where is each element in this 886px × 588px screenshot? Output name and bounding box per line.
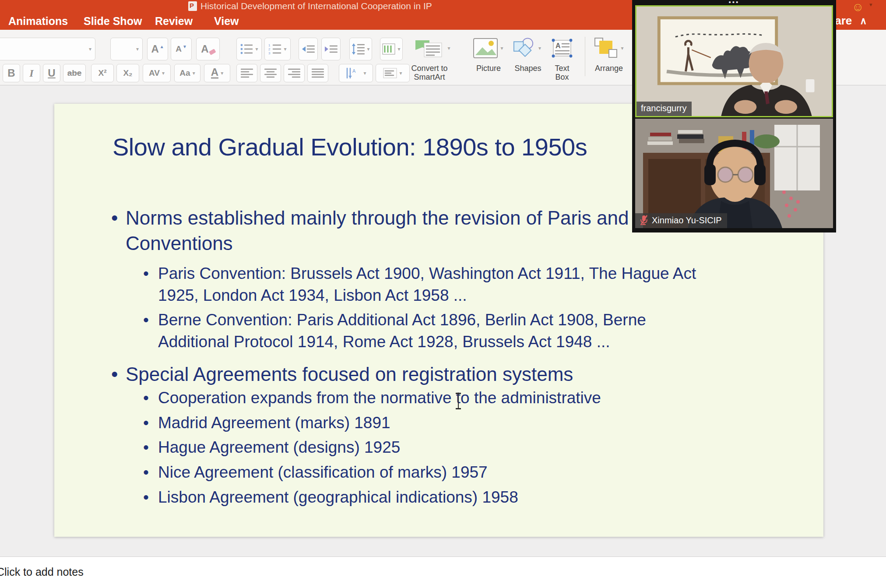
character-spacing-button[interactable]: AV ▾: [143, 64, 171, 82]
feedback-smiley-icon[interactable]: ☺: [852, 0, 864, 14]
change-case-button[interactable]: Aa ▾: [174, 64, 200, 82]
italic-glyph: I: [29, 67, 33, 79]
bold-glyph: B: [7, 67, 15, 79]
bullet-icon: •: [143, 263, 158, 306]
text-direction-button[interactable]: A ▾: [339, 64, 373, 82]
zoom-video-panel[interactable]: •••: [632, 0, 836, 232]
slide-bullet: • Hague Agreement (designs) 1925: [111, 437, 759, 458]
picture-label: Picture: [467, 64, 510, 73]
strikethrough-button[interactable]: abe: [63, 64, 86, 82]
svg-text:1: 1: [268, 43, 271, 47]
font-color-button[interactable]: A ▾: [204, 64, 230, 82]
shrink-font-button[interactable]: A ▼: [171, 38, 192, 60]
align-text-icon: [383, 68, 397, 78]
arrange-button[interactable]: ▾: [594, 36, 624, 60]
align-right-button[interactable]: [284, 64, 305, 82]
slide-bullet: • Nice Agreement (classification of mark…: [111, 461, 759, 483]
columns-button[interactable]: ▾: [380, 38, 403, 60]
mic-muted-icon: [640, 215, 648, 225]
tab-review[interactable]: Review: [155, 15, 193, 28]
underline-glyph: U: [48, 67, 55, 79]
bullet-icon: •: [143, 387, 158, 409]
participant-name: francisgurry: [641, 103, 686, 113]
smartart-icon: [415, 37, 445, 60]
chevron-down-icon: ▾: [399, 70, 402, 76]
grow-font-glyph: A: [151, 43, 158, 55]
chevron-up-icon: ∧: [860, 15, 867, 27]
font-name-combo[interactable]: ▾: [0, 38, 95, 60]
numbered-list-icon: 123: [268, 43, 281, 55]
picture-icon: [473, 38, 498, 59]
bold-button[interactable]: B: [3, 64, 20, 82]
video-tile-francisgurry[interactable]: francisgurry: [635, 5, 833, 117]
text-box-label: Text Box: [547, 64, 577, 81]
notes-placeholder[interactable]: Click to add notes: [0, 566, 84, 578]
line-spacing-button[interactable]: ▾: [349, 38, 372, 60]
feedback-caret-icon: ▾: [869, 1, 872, 8]
shapes-icon: [512, 37, 536, 59]
numbered-list-button[interactable]: 123 ▾: [264, 38, 291, 60]
convert-to-smartart-button[interactable]: ▾: [414, 36, 451, 60]
chevron-down-icon: ▾: [538, 45, 541, 51]
slide-title[interactable]: Slow and Gradual Evolution: 1890s to 195…: [113, 133, 587, 161]
bullet-icon: •: [111, 205, 126, 256]
chevron-down-icon: ▾: [621, 45, 623, 51]
chevron-down-icon: ▾: [447, 45, 450, 51]
columns-icon: [382, 43, 395, 55]
subscript-button[interactable]: X₂: [116, 64, 139, 82]
decrease-indent-icon: [302, 43, 315, 55]
superscript-button[interactable]: X²: [91, 64, 114, 82]
shrink-font-glyph: A: [176, 44, 182, 54]
notes-pane[interactable]: Click to add notes: [0, 556, 886, 588]
text-cursor-ibeam: [455, 393, 461, 409]
bullet-list-icon: [240, 43, 253, 55]
bullet-icon: •: [143, 461, 158, 483]
justify-icon: [312, 68, 324, 78]
chevron-down-icon: ▾: [89, 46, 91, 52]
svg-text:A: A: [352, 68, 356, 74]
arrange-label: Arrange: [589, 64, 629, 73]
chevron-down-icon: ▾: [193, 70, 195, 76]
justify-button[interactable]: [307, 64, 328, 82]
video-feed: [635, 119, 833, 228]
clear-format-glyph: A: [201, 43, 208, 55]
slide-bullet: • Special Agreements focused on registra…: [111, 362, 759, 387]
slide-bullet: • Cooperation expands from the normative…: [111, 387, 759, 409]
italic-button[interactable]: I: [23, 64, 40, 82]
font-size-combo[interactable]: ▾: [110, 38, 143, 60]
align-center-button[interactable]: [260, 64, 281, 82]
increase-indent-button[interactable]: [321, 38, 341, 60]
window-title-area: Historical Development of International …: [188, 1, 432, 11]
video-tile-xinmiao-yu[interactable]: Xinmiao Yu-SICIP: [635, 119, 833, 228]
decrease-indent-button[interactable]: [299, 38, 318, 60]
align-left-button[interactable]: [236, 64, 257, 82]
grow-font-button[interactable]: A ▲: [147, 38, 168, 60]
chevron-down-icon: ▾: [397, 46, 400, 52]
text-box-icon: A: [551, 38, 573, 59]
chevron-down-icon: ▾: [367, 46, 369, 52]
caret-down-icon: ▼: [183, 44, 187, 49]
underline-button[interactable]: U: [43, 64, 60, 82]
tab-view[interactable]: View: [214, 15, 239, 28]
powerpoint-doc-icon: [188, 1, 197, 11]
tab-slide-show[interactable]: Slide Show: [84, 15, 142, 28]
shapes-button[interactable]: ▾: [512, 36, 541, 60]
svg-text:3: 3: [268, 51, 271, 55]
align-text-button[interactable]: ▾: [376, 64, 410, 82]
app-window: Historical Development of International …: [0, 0, 886, 588]
chevron-down-icon: ▾: [284, 46, 286, 52]
bullet-icon: •: [143, 486, 158, 508]
align-right-icon: [288, 68, 300, 78]
bullet-icon: •: [143, 412, 158, 434]
bullet-list-button[interactable]: ▾: [236, 38, 262, 60]
svg-text:A: A: [556, 42, 561, 49]
participant-name: Xinmiao Yu-SICIP: [652, 215, 722, 225]
video-feed: [636, 7, 832, 116]
slide-body[interactable]: • Norms established mainly through the r…: [111, 205, 759, 508]
strikethrough-glyph: abe: [67, 68, 82, 78]
clear-formatting-button[interactable]: A: [196, 38, 220, 60]
font-color-glyph: A: [211, 67, 218, 79]
tab-animations[interactable]: Animations: [8, 15, 68, 28]
picture-button[interactable]: ▾: [473, 36, 503, 60]
text-box-button[interactable]: A: [549, 36, 575, 60]
